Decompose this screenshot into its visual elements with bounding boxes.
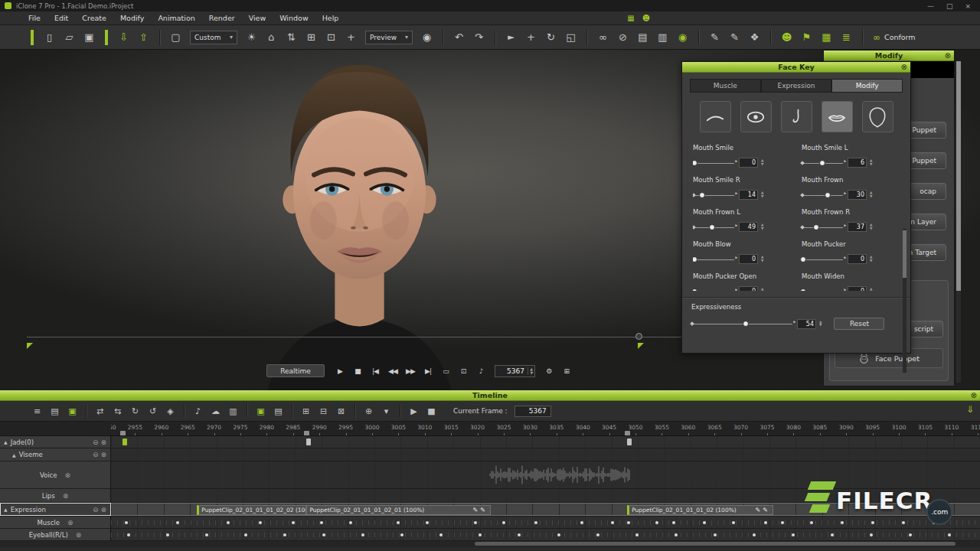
menubar-character-icon[interactable]: ☻ xyxy=(642,14,650,22)
visibility-eye-icon[interactable]: ◉ xyxy=(674,29,691,46)
ruler-marker[interactable] xyxy=(304,431,309,435)
timeline-frame-input[interactable]: 5367 xyxy=(514,406,551,417)
keyframe-dot[interactable] xyxy=(176,521,179,524)
slider-thumb[interactable] xyxy=(800,289,806,292)
expressiveness-slider[interactable]: ‣ xyxy=(691,320,794,328)
minus-icon[interactable]: ⊖ xyxy=(93,451,99,458)
slider-track[interactable]: ‣ xyxy=(802,223,844,231)
menu-view[interactable]: View xyxy=(242,12,273,24)
remove-icon[interactable]: ⊗ xyxy=(67,519,74,527)
maximize-button[interactable]: □ xyxy=(946,2,953,10)
play-button[interactable]: ▶ xyxy=(333,365,347,377)
timeline-stop-button[interactable]: ■ xyxy=(423,403,439,419)
track-label-voice[interactable]: Voice ⊗ xyxy=(0,461,111,488)
close-button[interactable]: × xyxy=(965,2,971,10)
break-clip-icon[interactable]: ⊠ xyxy=(333,403,349,419)
cloud-icon[interactable]: ☁ xyxy=(207,403,224,419)
track-cells-viseme[interactable] xyxy=(111,448,980,461)
reset-view-icon[interactable]: ↺ xyxy=(145,403,161,419)
zoom-icon[interactable]: ⊕ xyxy=(361,403,377,419)
expressiveness-spinner[interactable]: ▲▼ xyxy=(819,321,822,328)
timeline-ruler[interactable]: 2950295529602965297029752980298529902995… xyxy=(0,422,980,436)
safe-frame-icon[interactable]: ⊞ xyxy=(560,365,573,377)
play-range-icon[interactable]: ▭ xyxy=(439,365,452,377)
scrubber-handle[interactable] xyxy=(635,333,642,340)
slider-value-input[interactable]: 0 xyxy=(739,286,758,291)
keyframe-dot[interactable] xyxy=(227,521,230,524)
move-tool-icon[interactable]: + xyxy=(522,29,540,46)
rewind-button[interactable]: ◀◀ xyxy=(386,365,400,377)
keyframe-dot[interactable] xyxy=(502,521,505,524)
menu-create[interactable]: Create xyxy=(75,12,113,24)
new-project-icon[interactable]: ▯ xyxy=(41,29,58,46)
playhead-marker[interactable] xyxy=(638,343,644,349)
expression-clip[interactable]: PuppetClip_02_01_01_01_02_02 (100 xyxy=(197,505,306,515)
clip-marker[interactable] xyxy=(122,439,127,445)
slider-thumb[interactable] xyxy=(813,224,819,230)
clip-marker[interactable] xyxy=(627,439,632,445)
unlink-icon[interactable]: ⊘ xyxy=(614,29,632,46)
slider-value-input[interactable]: 0 xyxy=(739,254,758,264)
menubar-layout-icon[interactable]: ▦ xyxy=(627,14,634,22)
remove-track-icon[interactable]: ⊟ xyxy=(315,403,332,419)
zoom-caret-icon[interactable]: ▾ xyxy=(378,403,394,419)
flag-icon[interactable]: ⚑ xyxy=(798,29,815,46)
keyframe-dot[interactable] xyxy=(479,533,482,536)
slider-track[interactable]: ‣ xyxy=(693,256,736,263)
slider-spinner[interactable]: ▲▼ xyxy=(761,191,763,198)
keyframe-dot[interactable] xyxy=(320,521,323,524)
track-label-jade[interactable]: ▲ Jade(0) ⊖ ⊗ xyxy=(0,436,111,448)
expression-clip[interactable]: PuppetClip_02_01_01_01_02_01 (100%)✎✎ xyxy=(306,505,491,515)
content-board-icon[interactable]: ▦ xyxy=(818,29,835,46)
remove-icon[interactable]: ⊗ xyxy=(65,471,71,479)
render-preview-dropdown[interactable]: Preview ▾ xyxy=(365,31,413,44)
modify-panel-header[interactable]: Modify ⊗ xyxy=(824,51,954,61)
stop-button[interactable]: ■ xyxy=(351,365,364,377)
remove-icon[interactable]: ⊗ xyxy=(100,439,106,446)
track-cells-eyeball[interactable] xyxy=(111,529,980,540)
slider-track[interactable]: ‣ xyxy=(802,191,844,199)
slider-thumb[interactable] xyxy=(825,192,831,198)
add-character-icon[interactable]: ☻ xyxy=(778,29,795,46)
tab-modify[interactable]: Modify xyxy=(831,79,903,93)
face-part-button[interactable] xyxy=(862,101,893,132)
keyframe-dot[interactable] xyxy=(909,533,912,536)
edit-clip-pen-icon[interactable]: ✎✎ xyxy=(470,507,488,514)
slider-value-input[interactable]: 0 xyxy=(848,254,867,264)
reset-button[interactable]: Reset xyxy=(834,318,884,330)
keyframe-dot[interactable] xyxy=(596,533,599,536)
keyframe-dot[interactable] xyxy=(426,521,429,524)
slider-spinner[interactable]: ▲▼ xyxy=(761,288,763,291)
track-label-expression[interactable]: ▲ Expression ⊖ ⊗ xyxy=(0,503,111,516)
keyframe-dot[interactable] xyxy=(125,521,128,524)
expressiveness-thumb[interactable] xyxy=(743,321,749,327)
menu-edit[interactable]: Edit xyxy=(47,12,75,24)
face-key-scrollbar[interactable] xyxy=(903,229,906,373)
paste-pose-icon[interactable]: ▥ xyxy=(654,29,671,46)
menu-modify[interactable]: Modify xyxy=(113,12,151,24)
edit-clip-pen-icon[interactable]: ✎✎ xyxy=(752,507,769,514)
ruler-marker[interactable] xyxy=(625,431,630,435)
keyframe-dot[interactable] xyxy=(292,521,295,524)
keyframe-dot[interactable] xyxy=(675,533,678,536)
keyframe-dot[interactable] xyxy=(361,533,364,536)
slider-spinner[interactable]: ▲▼ xyxy=(870,159,872,166)
audio-icon[interactable]: ♪ xyxy=(190,403,206,419)
right-panel-scrollbar[interactable] xyxy=(956,61,961,383)
keyframe-dot[interactable] xyxy=(244,533,247,536)
slider-track[interactable]: ‣ xyxy=(693,159,736,167)
expression-clip[interactable]: PuppetClip_02_01_01_01_02 (100%)✎✎ xyxy=(627,505,773,515)
caption-icon[interactable]: ⊡ xyxy=(456,365,470,377)
keyframe-dot[interactable] xyxy=(831,533,834,536)
edit-pen-icon[interactable]: ✎ xyxy=(706,29,724,46)
keyframe-dot[interactable] xyxy=(714,533,717,536)
minimize-button[interactable]: — xyxy=(927,2,934,10)
exchange-icon[interactable]: ⇆ xyxy=(109,403,126,419)
home-view-icon[interactable]: ⌂ xyxy=(263,29,280,46)
slider-spinner[interactable]: ▲▼ xyxy=(761,256,763,262)
keyframe-dot[interactable] xyxy=(127,533,130,536)
minus-icon[interactable]: ⊖ xyxy=(93,506,99,514)
keyframe-dot[interactable] xyxy=(534,521,537,524)
undo-icon[interactable]: ↶ xyxy=(450,29,468,46)
remove-icon[interactable]: ⊗ xyxy=(100,506,106,514)
